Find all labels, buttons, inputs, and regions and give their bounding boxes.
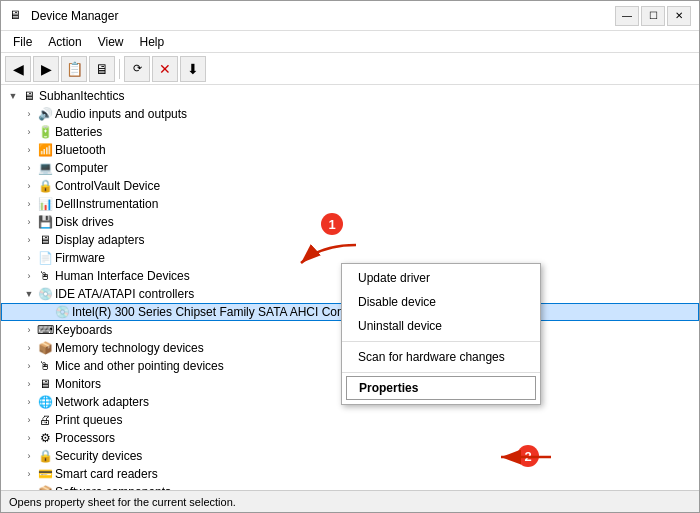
title-bar: 🖥 Device Manager — ☐ ✕: [1, 1, 699, 31]
smartcard-label: Smart card readers: [55, 467, 158, 481]
ctx-separator-2: [342, 372, 540, 373]
tree-item-dellinstrumentation[interactable]: › 📊 DellInstrumentation: [1, 195, 699, 213]
dell-icon: 📊: [37, 196, 53, 212]
ctx-scan-hardware[interactable]: Scan for hardware changes: [342, 345, 540, 369]
forward-button[interactable]: ▶: [33, 56, 59, 82]
scan-hardware-button[interactable]: ⟳: [124, 56, 150, 82]
tree-item-security[interactable]: › 🔒 Security devices: [1, 447, 699, 465]
print-expand-icon[interactable]: ›: [21, 412, 37, 428]
tree-item-bluetooth[interactable]: › 📶 Bluetooth: [1, 141, 699, 159]
dell-label: DellInstrumentation: [55, 197, 158, 211]
tree-item-controlvault[interactable]: › 🔒 ControlVault Device: [1, 177, 699, 195]
mice-label: Mice and other pointing devices: [55, 359, 224, 373]
display-label: Display adapters: [55, 233, 144, 247]
root-label: SubhanItechtics: [39, 89, 124, 103]
window-icon: 🖥: [9, 8, 25, 24]
security-expand-icon[interactable]: ›: [21, 448, 37, 464]
back-button[interactable]: ◀: [5, 56, 31, 82]
main-area: ▼ 🖥 SubhanItechtics › 🔊 Audio inputs and…: [1, 85, 699, 490]
hid-expand-icon[interactable]: ›: [21, 268, 37, 284]
monitors-icon: 🖥: [37, 376, 53, 392]
dell-expand-icon[interactable]: ›: [21, 196, 37, 212]
annotation-arrow-2: [491, 442, 561, 475]
security-label: Security devices: [55, 449, 142, 463]
toolbar: ◀ ▶ 📋 🖥 ⟳ ✕ ⬇: [1, 53, 699, 85]
ctx-uninstall-device[interactable]: Uninstall device: [342, 314, 540, 338]
annotation-circle-1: 1: [321, 213, 343, 235]
monitors-expand-icon[interactable]: ›: [21, 376, 37, 392]
smartcard-icon: 💳: [37, 466, 53, 482]
tree-item-batteries[interactable]: › 🔋 Batteries: [1, 123, 699, 141]
download-button[interactable]: ⬇: [180, 56, 206, 82]
print-label: Print queues: [55, 413, 122, 427]
display-icon: 🖥: [37, 232, 53, 248]
audio-icon: 🔊: [37, 106, 53, 122]
ctx-disable-device[interactable]: Disable device: [342, 290, 540, 314]
controlvault-expand-icon[interactable]: ›: [21, 178, 37, 194]
menu-file[interactable]: File: [5, 33, 40, 51]
firmware-label: Firmware: [55, 251, 105, 265]
menu-help[interactable]: Help: [132, 33, 173, 51]
window-title: Device Manager: [31, 9, 118, 23]
mice-expand-icon[interactable]: ›: [21, 358, 37, 374]
tree-item-smartcard[interactable]: › 💳 Smart card readers: [1, 465, 699, 483]
title-bar-left: 🖥 Device Manager: [9, 8, 118, 24]
tree-item-print[interactable]: › 🖨 Print queues: [1, 411, 699, 429]
minimize-button[interactable]: —: [615, 6, 639, 26]
menu-action[interactable]: Action: [40, 33, 89, 51]
ctx-update-driver[interactable]: Update driver: [342, 266, 540, 290]
disk-label: Disk drives: [55, 215, 114, 229]
processors-icon: ⚙: [37, 430, 53, 446]
ide-icon: 💿: [37, 286, 53, 302]
batteries-icon: 🔋: [37, 124, 53, 140]
tree-item-processors[interactable]: › ⚙ Processors: [1, 429, 699, 447]
tree-item-computer[interactable]: › 💻 Computer: [1, 159, 699, 177]
title-buttons: — ☐ ✕: [615, 6, 691, 26]
tree-item-softwarecomponents[interactable]: › 📦 Software components: [1, 483, 699, 490]
keyboards-expand-icon[interactable]: ›: [21, 322, 37, 338]
maximize-button[interactable]: ☐: [641, 6, 665, 26]
ctx-separator: [342, 341, 540, 342]
ide-expand-icon[interactable]: ▼: [21, 286, 37, 302]
batteries-label: Batteries: [55, 125, 102, 139]
network-icon: 🌐: [37, 394, 53, 410]
computer-label: Computer: [55, 161, 108, 175]
print-icon: 🖨: [37, 412, 53, 428]
network-expand-icon[interactable]: ›: [21, 394, 37, 410]
menu-bar: File Action View Help: [1, 31, 699, 53]
disk-expand-icon[interactable]: ›: [21, 214, 37, 230]
root-expand-icon[interactable]: ▼: [5, 88, 21, 104]
update-driver-button[interactable]: 🖥: [89, 56, 115, 82]
firmware-expand-icon[interactable]: ›: [21, 250, 37, 266]
bluetooth-expand-icon[interactable]: ›: [21, 142, 37, 158]
memtech-expand-icon[interactable]: ›: [21, 340, 37, 356]
remove-device-button[interactable]: ✕: [152, 56, 178, 82]
controlvault-label: ControlVault Device: [55, 179, 160, 193]
ctx-properties[interactable]: Properties: [346, 376, 536, 400]
firmware-icon: 📄: [37, 250, 53, 266]
intel-icon: 💿: [54, 304, 70, 320]
audio-label: Audio inputs and outputs: [55, 107, 187, 121]
processors-expand-icon[interactable]: ›: [21, 430, 37, 446]
close-button[interactable]: ✕: [667, 6, 691, 26]
batteries-expand-icon[interactable]: ›: [21, 124, 37, 140]
display-expand-icon[interactable]: ›: [21, 232, 37, 248]
tree-item-diskdrives[interactable]: › 💾 Disk drives: [1, 213, 699, 231]
monitors-label: Monitors: [55, 377, 101, 391]
bluetooth-icon: 📶: [37, 142, 53, 158]
menu-view[interactable]: View: [90, 33, 132, 51]
audio-expand-icon[interactable]: ›: [21, 106, 37, 122]
intel-expand-icon: [38, 304, 54, 320]
memtech-label: Memory technology devices: [55, 341, 204, 355]
smartcard-expand-icon[interactable]: ›: [21, 466, 37, 482]
annotation-arrow-1: [291, 235, 371, 278]
toolbar-separator: [119, 59, 120, 79]
properties-button[interactable]: 📋: [61, 56, 87, 82]
tree-root[interactable]: ▼ 🖥 SubhanItechtics: [1, 87, 699, 105]
status-text: Opens property sheet for the current sel…: [9, 496, 236, 508]
tree-item-audio[interactable]: › 🔊 Audio inputs and outputs: [1, 105, 699, 123]
softwarecomponents-expand-icon[interactable]: ›: [21, 484, 37, 490]
computer-expand-icon[interactable]: ›: [21, 160, 37, 176]
computer-icon: 🖥: [21, 88, 37, 104]
ide-label: IDE ATA/ATAPI controllers: [55, 287, 194, 301]
